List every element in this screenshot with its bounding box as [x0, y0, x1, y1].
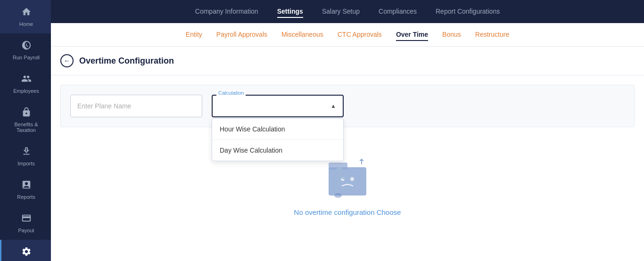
sidebar-item-benefits-label: Benefits & Taxation: [5, 122, 47, 133]
back-button[interactable]: ←: [60, 54, 74, 67]
run-payroll-icon: [21, 40, 32, 53]
imports-icon: [21, 146, 32, 159]
sidebar-item-reports[interactable]: Reports: [0, 173, 51, 206]
sidebar-item-imports-label: Imports: [17, 161, 35, 166]
plane-name-input[interactable]: [70, 95, 202, 117]
calculation-label: Calculation: [216, 90, 246, 96]
empty-state-message: No overtime configuration: [294, 208, 375, 216]
top-navigation: Company Information Settings Salary Setu…: [51, 0, 644, 23]
main-content: Company Information Settings Salary Setu…: [51, 0, 644, 261]
sidebar-item-payout-label: Payout: [18, 228, 34, 233]
dropdown-option-day-wise[interactable]: Day Wise Calculation: [212, 140, 343, 161]
top-nav-salary-setup[interactable]: Salary Setup: [322, 6, 360, 18]
calculation-dropdown-trigger[interactable]: ▲: [212, 95, 344, 117]
page-title: Overtime Configuration: [79, 56, 174, 66]
top-nav-compliances[interactable]: Compliances: [379, 6, 417, 18]
sub-nav-bonus[interactable]: Bonus: [442, 29, 461, 41]
top-nav-company-info[interactable]: Company Information: [195, 6, 258, 18]
sidebar-item-home[interactable]: Home: [0, 0, 51, 33]
sidebar-item-imports[interactable]: Imports: [0, 139, 51, 173]
svg-point-5: [336, 167, 343, 174]
sidebar-item-configurations[interactable]: Configurations: [0, 240, 51, 261]
sub-nav-over-time[interactable]: Over Time: [396, 29, 428, 41]
svg-rect-0: [329, 167, 366, 196]
dropdown-option-hour-wise[interactable]: Hour Wise Calculation: [212, 119, 343, 140]
sidebar-item-run-payroll-label: Run Payroll: [13, 55, 40, 60]
top-nav-report-configs[interactable]: Report Configurations: [436, 6, 500, 18]
sub-nav-entity[interactable]: Entity: [186, 29, 202, 41]
home-icon: [21, 7, 32, 19]
sidebar-item-home-label: Home: [19, 21, 33, 27]
calculation-dropdown-menu: Hour Wise Calculation Day Wise Calculati…: [212, 118, 344, 161]
dropdown-arrow-icon: ▲: [330, 103, 336, 109]
sidebar-item-run-payroll[interactable]: Run Payroll: [0, 33, 51, 67]
sub-nav-ctc-approvals[interactable]: CTC Approvals: [338, 29, 382, 41]
configurations-icon: [21, 246, 32, 259]
sub-nav-miscellaneous[interactable]: Miscellaneous: [281, 29, 323, 41]
empty-state-text: No overtime configuration Choose: [294, 208, 401, 216]
empty-state: No overtime configuration Choose: [51, 137, 644, 230]
calculation-dropdown-wrapper: Calculation ▲ Hour Wise Calculation Day …: [212, 95, 344, 117]
sub-navigation: Entity Payroll Approvals Miscellaneous C…: [51, 23, 644, 47]
svg-point-3: [350, 177, 354, 181]
employees-icon: [21, 73, 32, 86]
sidebar: Home Run Payroll Employees Benefits & Ta…: [0, 0, 51, 261]
form-area: Calculation ▲ Hour Wise Calculation Day …: [60, 85, 635, 127]
page-header: ← Overtime Configuration: [51, 47, 644, 75]
back-icon: ←: [64, 57, 70, 65]
sub-nav-payroll-approvals[interactable]: Payroll Approvals: [216, 29, 267, 41]
empty-state-link[interactable]: Choose: [377, 208, 401, 216]
benefits-icon: [21, 107, 32, 120]
sidebar-item-reports-label: Reports: [17, 194, 35, 200]
sidebar-item-benefits-taxation[interactable]: Benefits & Taxation: [0, 100, 51, 139]
sub-nav-restructure[interactable]: Restructure: [475, 29, 509, 41]
sidebar-item-employees-label: Employees: [13, 88, 39, 94]
reports-icon: [21, 179, 32, 192]
page-content: ← Overtime Configuration Calculation ▲ H…: [51, 47, 644, 261]
sidebar-item-employees[interactable]: Employees: [0, 67, 51, 100]
sidebar-item-payout[interactable]: Payout: [0, 206, 51, 240]
top-nav-settings[interactable]: Settings: [277, 6, 303, 18]
payout-icon: [21, 213, 32, 226]
svg-point-4: [334, 193, 342, 198]
